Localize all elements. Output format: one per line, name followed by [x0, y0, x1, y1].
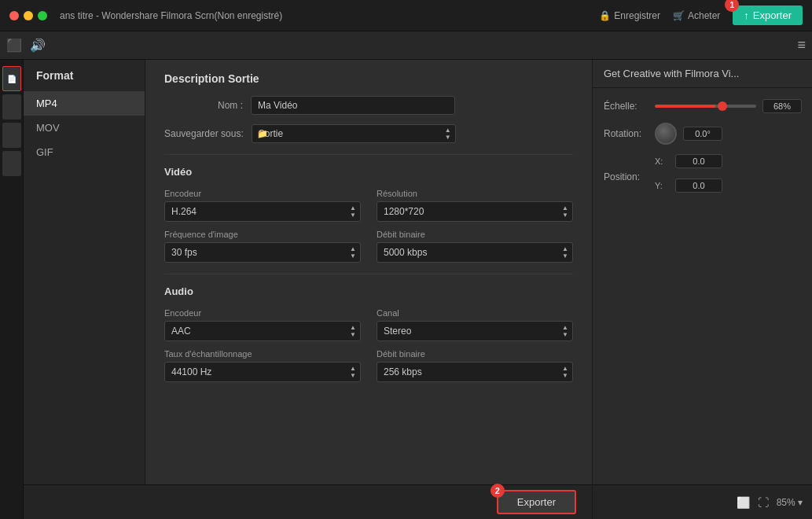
slider-container [655, 99, 802, 113]
framerate-col: Fréquence d'image 30 fps ▲▼ [164, 230, 361, 263]
nom-label: Nom : [164, 100, 251, 111]
framerate-select-wrap: 30 fps ▲▼ [164, 242, 361, 263]
divider-1 [164, 154, 573, 155]
buy-link[interactable]: 🛒 Acheter [673, 10, 720, 21]
position-label: Position: [604, 171, 655, 182]
monitor-icon[interactable]: ⬛ [6, 38, 22, 53]
samplerate-col: Taux d'échantillonnage 44100 Hz ▲▼ [164, 349, 361, 382]
resolution-select-wrap: 1280*720 ▲▼ [377, 201, 573, 222]
x-input[interactable] [675, 154, 722, 168]
y-input[interactable] [675, 179, 722, 193]
position-row: Position: X: Y: [604, 154, 801, 199]
y-label: Y: [655, 181, 671, 190]
bottom-bar: 2 Exporter [24, 484, 592, 519]
audio-encoder-label: Encodeur [164, 308, 361, 318]
format-item-mov[interactable]: MOV [24, 116, 145, 140]
minimize-button[interactable] [24, 11, 33, 20]
x-label: X: [655, 156, 671, 166]
format-item-mp4[interactable]: MP4 [24, 91, 145, 116]
y-row: Y: [655, 179, 722, 193]
main-layout: 📄 Format MP4 MOV GIF Description Sortie … [0, 60, 812, 519]
thumbnail-item-2[interactable] [2, 123, 21, 148]
toolbar: ⬛ 🔊 ≡ [0, 31, 812, 60]
rotation-knob[interactable] [655, 123, 677, 145]
video-bitrate-col: Débit binaire 5000 kbps ▲▼ [377, 230, 573, 263]
audio-bitrate-col: Débit binaire 256 kbps ▲▼ [377, 349, 573, 382]
nom-input[interactable] [251, 96, 455, 115]
audio-encoder-wrap: AAC ▲▼ [164, 321, 361, 341]
save-folder-wrapper: Sortie 📁 ▲▼ [252, 124, 456, 143]
encoder-label: Encodeur [164, 189, 361, 198]
video-bitrate-select[interactable]: 5000 kbps [377, 242, 573, 263]
rotation-row: Rotation: [604, 123, 801, 145]
audio-bitrate-select[interactable]: 256 kbps [377, 362, 573, 382]
audio-encoder-col: Encodeur AAC ▲▼ [164, 308, 361, 341]
thumbnail-item-1[interactable] [2, 94, 21, 120]
audio-title: Audio [164, 285, 573, 297]
nom-row: Nom : [164, 96, 573, 115]
encoder-select-wrap: H.264 ▲▼ [164, 201, 361, 222]
samplerate-wrap: 44100 Hz ▲▼ [164, 362, 361, 382]
titlebar-title: ans titre - Wondershare Filmora Scrn(Non… [60, 10, 282, 21]
save-folder-select[interactable]: Sortie [252, 124, 456, 143]
video-bitrate-label: Débit binaire [377, 230, 573, 239]
zoom-level[interactable]: 85% ▾ [777, 497, 803, 508]
fit-icon[interactable]: ⬜ [737, 496, 750, 509]
scale-slider[interactable] [655, 105, 756, 108]
save-row: Sauvegarder sous: Sortie 📁 ▲▼ [164, 124, 573, 143]
video-fields-grid: Encodeur H.264 ▲▼ Résolution 1280*72 [164, 189, 573, 263]
channel-col: Canal Stereo ▲▼ [377, 308, 573, 341]
traffic-lights [9, 11, 47, 20]
form-area: Description Sortie Nom : Sauvegarder sou… [145, 60, 592, 484]
rotation-input[interactable] [683, 127, 722, 141]
speaker-icon[interactable]: 🔊 [30, 38, 46, 53]
folder-icon: 📁 [257, 129, 268, 139]
resolution-col: Résolution 1280*720 ▲▼ [377, 189, 573, 222]
thumbnail-item-3[interactable] [2, 151, 21, 176]
right-panel: Get Creative with Filmora Vi... Échelle:… [592, 60, 812, 519]
resolution-select[interactable]: 1280*720 [377, 201, 573, 222]
right-panel-title: Get Creative with Filmora Vi... [593, 60, 812, 88]
titlebar: ans titre - Wondershare Filmora Scrn(Non… [0, 0, 812, 31]
fullscreen-icon[interactable]: ⛶ [758, 496, 769, 509]
maximize-button[interactable] [38, 11, 47, 20]
video-bitrate-wrap: 5000 kbps ▲▼ [377, 242, 573, 263]
scale-row: Échelle: [604, 99, 801, 113]
menu-icon[interactable]: ≡ [797, 37, 806, 53]
badge-1: 1 [725, 0, 739, 12]
scale-label: Échelle: [604, 101, 655, 112]
x-row: X: [655, 154, 722, 168]
description-title: Description Sortie [164, 72, 573, 85]
framerate-label: Fréquence d'image [164, 230, 361, 239]
close-button[interactable] [9, 11, 19, 20]
channel-label: Canal [377, 308, 573, 318]
scale-input[interactable] [762, 99, 802, 113]
resolution-label: Résolution [377, 189, 573, 198]
titlebar-left: ans titre - Wondershare Filmora Scrn(Non… [9, 10, 282, 21]
samplerate-select[interactable]: 44100 Hz [164, 362, 361, 382]
export-panel: Format MP4 MOV GIF Description Sortie No… [24, 60, 592, 519]
encoder-col: Encodeur H.264 ▲▼ [164, 189, 361, 222]
divider-2 [164, 274, 573, 274]
register-icon: 🔒 [599, 10, 611, 21]
format-header: Format [24, 69, 145, 91]
channel-select[interactable]: Stereo [377, 321, 573, 341]
export-button-top[interactable]: 1 ↑ Exporter [733, 6, 803, 25]
export-icon-top: ↑ [744, 9, 749, 21]
right-panel-body: Échelle: Rotation: Position: X: [593, 88, 812, 484]
format-item-gif[interactable]: GIF [24, 140, 145, 164]
badge-2: 2 [491, 484, 505, 498]
export-button-bottom[interactable]: 2 Exporter [497, 490, 576, 514]
thumb-doc-icon: 📄 [3, 67, 20, 90]
format-sidebar: Format MP4 MOV GIF [24, 60, 145, 484]
samplerate-label: Taux d'échantillonnage [164, 349, 361, 359]
encoder-select[interactable]: H.264 [164, 201, 361, 222]
framerate-select[interactable]: 30 fps [164, 242, 361, 263]
toolbar-right: ≡ [797, 37, 806, 53]
channel-wrap: Stereo ▲▼ [377, 321, 573, 341]
titlebar-right: 🔒 Enregistrer 🛒 Acheter 1 ↑ Exporter [599, 6, 803, 25]
thumbnail-item-active[interactable]: 📄 [2, 66, 21, 91]
register-link[interactable]: 🔒 Enregistrer [599, 10, 660, 21]
audio-bitrate-wrap: 256 kbps ▲▼ [377, 362, 573, 382]
audio-encoder-select[interactable]: AAC [164, 321, 361, 341]
